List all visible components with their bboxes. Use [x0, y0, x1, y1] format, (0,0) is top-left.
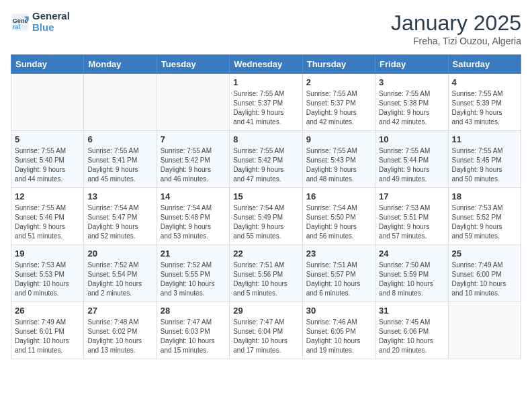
logo-text-line2: Blue [32, 22, 70, 34]
day-info: Sunrise: 7:55 AM Sunset: 5:38 PM Dayligh… [379, 89, 444, 127]
day-info: Sunrise: 7:55 AM Sunset: 5:40 PM Dayligh… [15, 146, 80, 184]
calendar-cell: 28Sunrise: 7:47 AM Sunset: 6:03 PM Dayli… [157, 302, 229, 359]
day-number: 17 [379, 191, 444, 201]
day-number: 15 [233, 191, 298, 201]
day-number: 12 [15, 191, 80, 201]
calendar-cell: 20Sunrise: 7:52 AM Sunset: 5:54 PM Dayli… [84, 245, 157, 302]
day-number: 13 [87, 191, 152, 201]
day-info: Sunrise: 7:52 AM Sunset: 5:54 PM Dayligh… [87, 261, 152, 298]
day-info: Sunrise: 7:53 AM Sunset: 5:51 PM Dayligh… [379, 203, 444, 241]
day-number: 6 [87, 134, 152, 144]
calendar-cell: 3Sunrise: 7:55 AM Sunset: 5:38 PM Daylig… [375, 74, 448, 131]
calendar-cell [84, 74, 157, 131]
calendar-cell [11, 74, 84, 131]
calendar-cell: 21Sunrise: 7:52 AM Sunset: 5:55 PM Dayli… [157, 245, 229, 302]
title-block: January 2025 Freha, Tizi Ouzou, Algeria [391, 11, 521, 46]
day-number: 11 [452, 134, 517, 144]
day-number: 28 [161, 306, 226, 316]
day-info: Sunrise: 7:49 AM Sunset: 6:01 PM Dayligh… [15, 318, 80, 355]
day-number: 16 [306, 191, 371, 201]
day-number: 30 [306, 306, 371, 316]
month-title: January 2025 [391, 11, 521, 36]
calendar-header-row: SundayMondayTuesdayWednesdayThursdayFrid… [11, 55, 521, 74]
day-number: 19 [15, 248, 80, 259]
svg-text:ral: ral [13, 23, 20, 30]
calendar-cell: 31Sunrise: 7:45 AM Sunset: 6:06 PM Dayli… [375, 302, 448, 359]
day-info: Sunrise: 7:47 AM Sunset: 6:04 PM Dayligh… [233, 318, 298, 355]
day-number: 8 [233, 134, 298, 144]
day-number: 7 [161, 134, 226, 144]
day-info: Sunrise: 7:52 AM Sunset: 5:55 PM Dayligh… [161, 261, 226, 298]
day-number: 9 [306, 134, 371, 144]
day-number: 5 [15, 134, 80, 144]
weekday-header: Wednesday [230, 55, 302, 74]
day-number: 29 [233, 306, 298, 316]
location-text: Freha, Tizi Ouzou, Algeria [391, 36, 521, 46]
calendar-cell: 16Sunrise: 7:54 AM Sunset: 5:50 PM Dayli… [302, 188, 375, 245]
day-info: Sunrise: 7:55 AM Sunset: 5:43 PM Dayligh… [306, 146, 371, 184]
calendar-cell: 6Sunrise: 7:55 AM Sunset: 5:41 PM Daylig… [84, 131, 157, 188]
day-info: Sunrise: 7:54 AM Sunset: 5:50 PM Dayligh… [306, 203, 371, 241]
day-info: Sunrise: 7:51 AM Sunset: 5:56 PM Dayligh… [233, 261, 298, 298]
day-number: 14 [161, 191, 226, 201]
calendar-cell: 29Sunrise: 7:47 AM Sunset: 6:04 PM Dayli… [230, 302, 302, 359]
day-number: 20 [87, 248, 152, 259]
calendar-cell: 13Sunrise: 7:54 AM Sunset: 5:47 PM Dayli… [84, 188, 157, 245]
calendar-cell: 23Sunrise: 7:51 AM Sunset: 5:57 PM Dayli… [302, 245, 375, 302]
calendar-cell: 24Sunrise: 7:50 AM Sunset: 5:59 PM Dayli… [375, 245, 448, 302]
day-info: Sunrise: 7:53 AM Sunset: 5:52 PM Dayligh… [452, 203, 517, 241]
calendar-cell: 1Sunrise: 7:55 AM Sunset: 5:37 PM Daylig… [230, 74, 302, 131]
day-number: 18 [452, 191, 517, 201]
day-number: 22 [233, 248, 298, 259]
day-info: Sunrise: 7:55 AM Sunset: 5:42 PM Dayligh… [233, 146, 298, 184]
calendar-cell [448, 302, 521, 359]
day-number: 3 [379, 77, 444, 87]
calendar-cell: 27Sunrise: 7:48 AM Sunset: 6:02 PM Dayli… [84, 302, 157, 359]
logo: Gene ral General Blue [11, 11, 70, 33]
calendar-cell: 5Sunrise: 7:55 AM Sunset: 5:40 PM Daylig… [11, 131, 84, 188]
calendar-cell: 15Sunrise: 7:54 AM Sunset: 5:49 PM Dayli… [230, 188, 302, 245]
day-number: 21 [161, 248, 226, 259]
calendar-cell: 14Sunrise: 7:54 AM Sunset: 5:48 PM Dayli… [157, 188, 229, 245]
day-number: 26 [15, 306, 80, 316]
weekday-header: Thursday [302, 55, 375, 74]
calendar-week-row: 19Sunrise: 7:53 AM Sunset: 5:53 PM Dayli… [11, 245, 521, 302]
day-info: Sunrise: 7:55 AM Sunset: 5:37 PM Dayligh… [306, 89, 371, 127]
weekday-header: Sunday [11, 55, 84, 74]
day-info: Sunrise: 7:55 AM Sunset: 5:46 PM Dayligh… [15, 203, 80, 241]
calendar-week-row: 5Sunrise: 7:55 AM Sunset: 5:40 PM Daylig… [11, 131, 521, 188]
logo-icon: Gene ral [11, 13, 30, 32]
day-number: 27 [87, 306, 152, 316]
calendar-cell: 19Sunrise: 7:53 AM Sunset: 5:53 PM Dayli… [11, 245, 84, 302]
page-header: Gene ral General Blue January 2025 Freha… [11, 11, 521, 46]
day-info: Sunrise: 7:47 AM Sunset: 6:03 PM Dayligh… [161, 318, 226, 355]
calendar-table: SundayMondayTuesdayWednesdayThursdayFrid… [11, 54, 521, 359]
weekday-header: Friday [375, 55, 448, 74]
calendar-cell: 4Sunrise: 7:55 AM Sunset: 5:39 PM Daylig… [448, 74, 521, 131]
day-info: Sunrise: 7:46 AM Sunset: 6:05 PM Dayligh… [306, 318, 371, 355]
day-number: 4 [452, 77, 517, 87]
calendar-cell [157, 74, 229, 131]
calendar-cell: 30Sunrise: 7:46 AM Sunset: 6:05 PM Dayli… [302, 302, 375, 359]
day-number: 1 [233, 77, 298, 87]
day-info: Sunrise: 7:55 AM Sunset: 5:45 PM Dayligh… [452, 146, 517, 184]
logo-text-line1: General [32, 11, 70, 22]
calendar-cell: 25Sunrise: 7:49 AM Sunset: 6:00 PM Dayli… [448, 245, 521, 302]
calendar-cell: 11Sunrise: 7:55 AM Sunset: 5:45 PM Dayli… [448, 131, 521, 188]
day-info: Sunrise: 7:49 AM Sunset: 6:00 PM Dayligh… [452, 261, 517, 298]
calendar-cell: 12Sunrise: 7:55 AM Sunset: 5:46 PM Dayli… [11, 188, 84, 245]
day-info: Sunrise: 7:54 AM Sunset: 5:47 PM Dayligh… [87, 203, 152, 241]
day-info: Sunrise: 7:50 AM Sunset: 5:59 PM Dayligh… [379, 261, 444, 298]
day-number: 2 [306, 77, 371, 87]
day-number: 24 [379, 248, 444, 259]
day-info: Sunrise: 7:55 AM Sunset: 5:39 PM Dayligh… [452, 89, 517, 127]
calendar-cell: 7Sunrise: 7:55 AM Sunset: 5:42 PM Daylig… [157, 131, 229, 188]
weekday-header: Monday [84, 55, 157, 74]
day-info: Sunrise: 7:54 AM Sunset: 5:49 PM Dayligh… [233, 203, 298, 241]
calendar-cell: 8Sunrise: 7:55 AM Sunset: 5:42 PM Daylig… [230, 131, 302, 188]
day-info: Sunrise: 7:51 AM Sunset: 5:57 PM Dayligh… [306, 261, 371, 298]
day-number: 25 [452, 248, 517, 259]
day-info: Sunrise: 7:45 AM Sunset: 6:06 PM Dayligh… [379, 318, 444, 355]
calendar-cell: 22Sunrise: 7:51 AM Sunset: 5:56 PM Dayli… [230, 245, 302, 302]
calendar-cell: 2Sunrise: 7:55 AM Sunset: 5:37 PM Daylig… [302, 74, 375, 131]
